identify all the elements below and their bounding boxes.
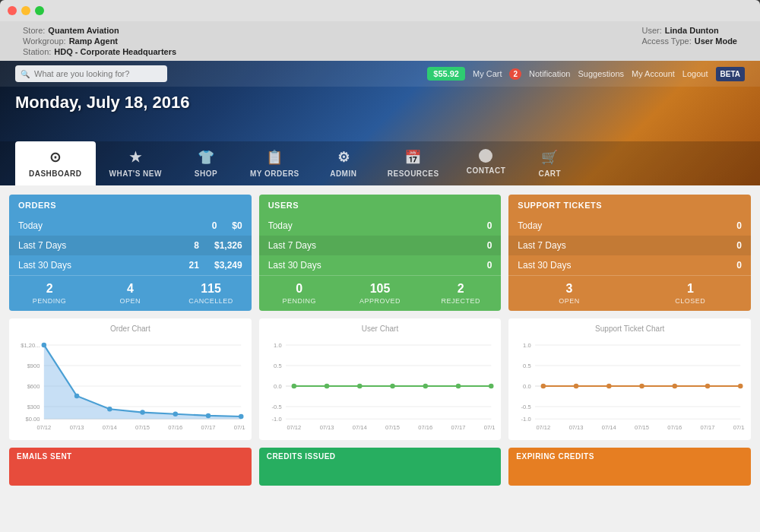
support-open: 3 OPEN xyxy=(508,276,629,311)
info-right: User: Linda Dunton Access Type: User Mod… xyxy=(642,26,737,56)
svg-point-17 xyxy=(239,414,243,419)
support-today-val: 0 xyxy=(736,220,742,231)
orders-30days-label: Last 30 Days xyxy=(18,260,182,271)
tab-resources[interactable]: 📅 RESOURCES xyxy=(374,141,453,185)
orders-open-num: 4 xyxy=(93,282,167,296)
support-title: SUPPORT TICKETS xyxy=(508,195,751,216)
users-body: Today 0 Last 7 Days 0 Last 30 Days 0 xyxy=(259,216,502,275)
svg-text:07/12: 07/12 xyxy=(537,424,551,431)
charts-row: Order Chart $1,20... $900 $600 $300 $0.0… xyxy=(9,318,751,440)
support-closed: 1 CLOSED xyxy=(630,276,751,311)
svg-text:-0.5: -0.5 xyxy=(271,404,281,410)
support-body: Today 0 Last 7 Days 0 Last 30 Days 0 xyxy=(508,216,751,275)
svg-text:07/16: 07/16 xyxy=(168,424,182,431)
support-open-num: 3 xyxy=(511,282,626,296)
account-link[interactable]: My Account xyxy=(632,69,675,78)
tab-whats-new-label: WHAT'S NEW xyxy=(109,169,162,178)
svg-text:07/17: 07/17 xyxy=(701,424,715,431)
svg-marker-10 xyxy=(44,345,241,419)
users-7days-val: 0 xyxy=(487,240,492,251)
svg-text:07/14: 07/14 xyxy=(353,424,367,431)
orders-7days-row: Last 7 Days 8 $1,326 xyxy=(9,236,252,255)
orders-cancelled-label: CANCELLED xyxy=(188,297,233,305)
navbar: 🔍 $55.92 My Cart 2 Notification Suggesti… xyxy=(0,61,760,87)
users-rejected-num: 2 xyxy=(423,282,498,296)
user-label: User: xyxy=(642,26,662,35)
svg-point-36 xyxy=(325,384,329,388)
users-pending-label: PENDING xyxy=(283,297,317,305)
users-7days-label: Last 7 Days xyxy=(268,240,480,251)
support-7days-val: 0 xyxy=(736,240,742,251)
users-pending: 0 PENDING xyxy=(259,276,340,311)
tab-contact-label: CONTACT xyxy=(467,166,506,175)
users-rejected-label: REJECTED xyxy=(441,297,480,305)
svg-point-39 xyxy=(423,384,427,388)
maximize-button[interactable] xyxy=(35,6,44,15)
svg-point-15 xyxy=(173,412,178,416)
order-chart-svg: $1,20... $900 $600 $300 $0.00 xyxy=(15,337,245,435)
suggestions-link[interactable]: Suggestions xyxy=(578,69,624,78)
tab-cart-label: CART xyxy=(538,169,561,178)
tab-shop[interactable]: 👕 SHOP xyxy=(176,141,236,185)
svg-point-61 xyxy=(606,384,611,388)
station-value: HDQ - Corporate Headquarters xyxy=(54,47,176,56)
svg-text:-0.5: -0.5 xyxy=(521,404,531,410)
svg-text:0.0: 0.0 xyxy=(523,383,531,390)
credits-issued-title: CREDITS ISSUED xyxy=(259,448,502,465)
users-rejected: 2 REJECTED xyxy=(420,276,501,311)
tab-my-orders[interactable]: 📋 MY ORDERS xyxy=(236,141,313,185)
svg-text:07/14: 07/14 xyxy=(602,424,616,431)
svg-text:07/16: 07/16 xyxy=(418,424,432,431)
logout-link[interactable]: Logout xyxy=(682,69,708,78)
orders-today-val2: $0 xyxy=(232,220,242,231)
support-closed-label: CLOSED xyxy=(675,297,705,305)
svg-text:$600: $600 xyxy=(27,383,40,390)
tab-admin[interactable]: ⚙ ADMIN xyxy=(313,141,374,185)
users-approved-label: APPROVED xyxy=(359,297,401,305)
svg-text:07/13: 07/13 xyxy=(569,424,584,431)
orders-cancelled: 115 CANCELLED xyxy=(170,276,251,311)
emails-sent-card: EMAILS SENT xyxy=(9,448,252,486)
support-30days-val: 0 xyxy=(736,260,742,271)
my-orders-icon: 📋 xyxy=(266,149,283,166)
minimize-button[interactable] xyxy=(21,6,30,15)
tab-dashboard-label: DASHBOARD xyxy=(29,169,82,178)
support-open-label: OPEN xyxy=(559,297,580,305)
support-today-row: Today 0 xyxy=(508,216,751,236)
orders-today-row: Today 0 $0 xyxy=(9,216,252,236)
svg-point-60 xyxy=(574,384,578,388)
users-today-label: Today xyxy=(268,220,480,231)
notification-link[interactable]: Notification xyxy=(529,69,570,78)
admin-icon: ⚙ xyxy=(337,149,350,166)
orders-footer: 2 PENDING 4 OPEN 115 CANCELLED xyxy=(9,275,252,311)
tab-bar: ⊙ DASHBOARD ★ WHAT'S NEW 👕 SHOP 📋 MY ORD… xyxy=(0,141,760,185)
svg-text:0.5: 0.5 xyxy=(274,363,282,369)
svg-text:07/18: 07/18 xyxy=(483,424,495,431)
users-pending-num: 0 xyxy=(262,282,337,296)
tab-cart[interactable]: 🛒 CART xyxy=(519,141,580,185)
beta-badge: BETA xyxy=(716,67,745,81)
svg-text:07/15: 07/15 xyxy=(135,424,150,431)
tab-whats-new[interactable]: ★ WHAT'S NEW xyxy=(96,141,176,185)
svg-text:0.0: 0.0 xyxy=(274,383,282,390)
cart-price[interactable]: $55.92 xyxy=(427,67,465,81)
orders-30days-row: Last 30 Days 21 $3,249 xyxy=(9,255,252,275)
svg-point-59 xyxy=(541,384,546,388)
access-label: Access Type: xyxy=(642,36,692,46)
orders-cancelled-num: 115 xyxy=(173,282,248,296)
search-wrap: 🔍 xyxy=(15,65,167,82)
tab-shop-label: SHOP xyxy=(195,169,217,178)
users-approved-num: 105 xyxy=(343,282,417,296)
close-button[interactable] xyxy=(8,6,17,15)
svg-text:07/12: 07/12 xyxy=(36,424,51,431)
users-30days-label: Last 30 Days xyxy=(268,260,480,271)
tab-contact[interactable]: CONTACT xyxy=(453,141,520,185)
cart-link[interactable]: My Cart xyxy=(473,69,502,78)
svg-point-65 xyxy=(738,384,743,388)
search-input[interactable] xyxy=(15,65,167,82)
stats-row: ORDERS Today 0 $0 Last 7 Days 8 $1,326 L… xyxy=(9,195,751,311)
tab-dashboard[interactable]: ⊙ DASHBOARD xyxy=(15,141,96,185)
svg-text:07/17: 07/17 xyxy=(201,424,216,431)
svg-text:$300: $300 xyxy=(27,404,40,410)
svg-point-41 xyxy=(489,384,493,388)
